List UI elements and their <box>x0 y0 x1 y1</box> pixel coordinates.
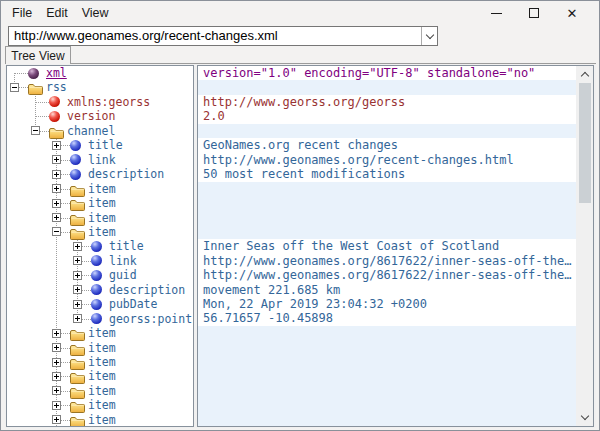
sphere-red-icon <box>49 111 60 122</box>
tree-node-title[interactable]: title <box>7 239 193 253</box>
scrollbar-thumb[interactable] <box>579 83 591 203</box>
sphere-blue-icon <box>91 255 102 266</box>
sphere-blue-icon <box>91 313 102 324</box>
value-row: movement 221.685 km <box>198 283 576 297</box>
tree-node-xmlns:georss[interactable]: xmlns:georss <box>7 95 193 109</box>
expand-icon[interactable] <box>52 170 61 179</box>
expand-icon[interactable] <box>52 213 61 222</box>
value-row <box>198 80 576 94</box>
folder-icon <box>70 414 85 427</box>
minimize-icon <box>491 13 502 14</box>
tree-node-item[interactable]: item <box>7 384 193 398</box>
value-row: Mon, 22 Apr 2019 23:04:32 +0200 <box>198 297 576 311</box>
expand-icon[interactable] <box>52 372 61 381</box>
expand-icon[interactable] <box>52 155 61 164</box>
expand-icon[interactable] <box>52 141 61 150</box>
tree-node-pubDate[interactable]: pubDate <box>7 297 193 311</box>
collapse-icon[interactable] <box>31 126 40 135</box>
tree-node-item[interactable]: item <box>7 196 193 210</box>
tree-node-title[interactable]: title <box>7 138 193 152</box>
tree-node-guid[interactable]: guid <box>7 268 193 282</box>
close-button[interactable]: ✕ <box>553 1 591 25</box>
menu-view[interactable]: View <box>80 4 111 22</box>
tree-node-label: item <box>88 196 116 210</box>
xml-tree-panel[interactable]: xmlrssxmlns:georssversionchanneltitlelin… <box>6 65 194 427</box>
tree-node-item[interactable]: item <box>7 369 193 383</box>
tree-node-description[interactable]: description <box>7 167 193 181</box>
tree-node-label: link <box>88 153 116 167</box>
maximize-button[interactable] <box>515 1 553 25</box>
close-icon: ✕ <box>567 7 578 20</box>
expand-icon[interactable] <box>52 415 61 424</box>
chevron-down-icon <box>580 412 588 420</box>
tree-node-rss[interactable]: rss <box>7 80 193 94</box>
expand-icon[interactable] <box>52 401 61 410</box>
tree-node-label: title <box>88 138 123 152</box>
tree-node-label: item <box>88 413 116 427</box>
vertical-scrollbar[interactable] <box>576 66 593 426</box>
url-input[interactable]: http://www.geonames.org/recent-changes.x… <box>9 27 421 45</box>
tree-node-label: item <box>88 398 116 412</box>
tree-node-item[interactable]: item <box>7 355 193 369</box>
tree-node-item[interactable]: item <box>7 225 193 239</box>
tree-node-item[interactable]: item <box>7 211 193 225</box>
tree-node-link[interactable]: link <box>7 254 193 268</box>
scroll-up-button[interactable] <box>576 66 593 83</box>
value-row <box>198 124 576 138</box>
collapse-icon[interactable] <box>52 227 61 236</box>
tree-node-version[interactable]: version <box>7 109 193 123</box>
tree-node-item[interactable]: item <box>7 413 193 427</box>
tree-node-link[interactable]: link <box>7 153 193 167</box>
menu-edit[interactable]: Edit <box>44 4 70 22</box>
value-row: GeoNames.org recent changes <box>198 138 576 152</box>
expand-icon[interactable] <box>73 256 82 265</box>
expand-icon[interactable] <box>52 343 61 352</box>
sphere-blue-icon <box>70 169 81 180</box>
expand-icon[interactable] <box>52 386 61 395</box>
sphere-blue-icon <box>70 140 81 151</box>
expand-icon[interactable] <box>73 314 82 323</box>
value-row <box>198 326 576 340</box>
expand-icon[interactable] <box>73 242 82 251</box>
tree-node-georss:point[interactable]: georss:point <box>7 312 193 326</box>
expand-icon[interactable] <box>73 300 82 309</box>
value-row <box>198 225 576 239</box>
expand-icon[interactable] <box>52 184 61 193</box>
tree-node-label: channel <box>67 124 115 138</box>
value-row: http://www.geonames.org/8617622/inner-se… <box>198 254 576 268</box>
expand-icon[interactable] <box>52 329 61 338</box>
tree-node-label: guid <box>109 268 137 282</box>
expand-icon[interactable] <box>73 271 82 280</box>
tree-node-label: pubDate <box>109 297 157 311</box>
tree-node-label: georss:point <box>109 312 192 326</box>
scroll-down-button[interactable] <box>576 409 593 426</box>
tree-connector <box>35 102 49 103</box>
tree-node-item[interactable]: item <box>7 326 193 340</box>
expand-icon[interactable] <box>52 199 61 208</box>
tree-node-label: item <box>88 369 116 383</box>
combo-dropdown-button[interactable] <box>421 27 437 45</box>
tree-node-item[interactable]: item <box>7 182 193 196</box>
url-combobox[interactable]: http://www.geonames.org/recent-changes.x… <box>8 26 438 46</box>
tree-node-description[interactable]: description <box>7 283 193 297</box>
tab-tree-view[interactable]: Tree View <box>5 46 71 64</box>
tree-node-label: item <box>88 384 116 398</box>
tree-node-xml[interactable]: xml <box>7 66 193 80</box>
tree-node-label: description <box>88 167 164 181</box>
tree-node-label: item <box>88 211 116 225</box>
tree-node-channel[interactable]: channel <box>7 124 193 138</box>
collapse-icon[interactable] <box>10 83 19 92</box>
tree-node-label: item <box>88 355 116 369</box>
minimize-button[interactable] <box>477 1 515 25</box>
app-window: FileEditView ✕ http://www.geonames.org/r… <box>0 0 600 431</box>
tree-node-label: xml <box>46 66 67 80</box>
menu-file[interactable]: File <box>10 4 34 22</box>
tree-node-label: item <box>88 225 116 239</box>
expand-icon[interactable] <box>52 358 61 367</box>
expand-icon[interactable] <box>73 285 82 294</box>
menubar: FileEditView <box>1 1 121 25</box>
tree-node-item[interactable]: item <box>7 398 193 412</box>
sphere-purple-icon <box>28 68 39 79</box>
value-row: 56.71657 -10.45898 <box>198 311 576 325</box>
tree-node-item[interactable]: item <box>7 341 193 355</box>
